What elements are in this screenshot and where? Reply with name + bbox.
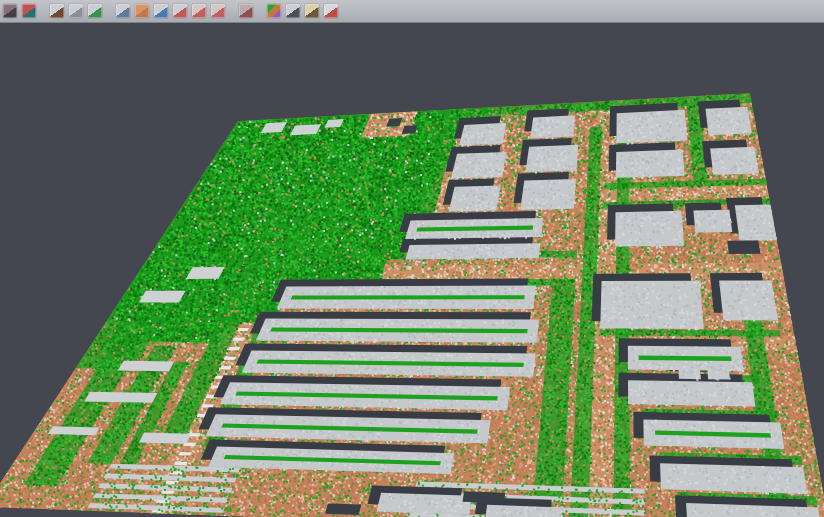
point-cloud-icon[interactable] (69, 4, 83, 18)
viewport-3d-canvas[interactable] (0, 23, 824, 517)
toolbar-icons (3, 4, 338, 18)
application-window (0, 0, 824, 517)
open-project-icon[interactable] (3, 4, 17, 18)
main-viewport (0, 23, 824, 517)
circle-select-icon[interactable] (192, 4, 206, 18)
colored-points-icon[interactable] (22, 4, 36, 18)
ruler-icon[interactable] (116, 4, 130, 18)
rect-select-icon[interactable] (211, 4, 225, 18)
ortho-image-icon[interactable] (135, 4, 149, 18)
profile-tool-icon[interactable] (173, 4, 187, 18)
tag-tool-icon[interactable] (305, 4, 319, 18)
terrain-model-icon[interactable] (50, 4, 64, 18)
globe-icon[interactable] (154, 4, 168, 18)
classification-render-icon[interactable] (267, 4, 281, 18)
flag-measure-icon[interactable] (324, 4, 338, 18)
clip-tool-icon[interactable] (239, 4, 253, 18)
sphere-view-icon[interactable] (286, 4, 300, 18)
toolbar (0, 0, 824, 23)
tin-mesh-icon[interactable] (88, 4, 102, 18)
